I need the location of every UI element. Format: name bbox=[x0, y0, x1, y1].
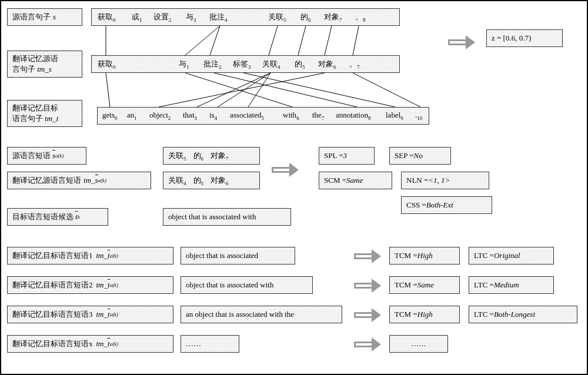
feature-nln: NLN = <1, 1> bbox=[401, 172, 489, 189]
svg-line-7 bbox=[106, 73, 110, 107]
svg-line-4 bbox=[298, 26, 306, 55]
svg-line-1 bbox=[185, 26, 220, 55]
feature-ltc-3: LTC = Both-Longest bbox=[469, 306, 577, 323]
feature-css: CSS = Both-Ext bbox=[401, 196, 492, 214]
target-phrase-candidate: object that is associated with bbox=[163, 208, 291, 226]
label-tm-target-phrase-2: 翻译记忆目标语言短语2 tm_ta(k) bbox=[7, 276, 173, 294]
arrow-to-z bbox=[448, 35, 475, 49]
feature-ellipsis-x: …… bbox=[389, 335, 448, 353]
svg-line-10 bbox=[243, 73, 395, 107]
arrow-row-x bbox=[354, 337, 381, 351]
label-tm-target-phrase-1: 翻译记忆目标语言短语1 tm_ta(k) bbox=[7, 247, 173, 264]
label-tm-target-phrase-3: 翻译记忆目标语言短语3 tm_ta(k) bbox=[7, 306, 173, 323]
svg-line-9 bbox=[214, 73, 357, 107]
feature-ltc-1: LTC = Original bbox=[469, 247, 554, 264]
text: 源语言句子 bbox=[12, 12, 51, 22]
label-tm-target-phrase-x: 翻译记忆目标语言短语x tm_ta(k) bbox=[7, 335, 173, 353]
label-tm-source-sentence: 翻译记忆源语 言句子 tm_s bbox=[7, 51, 82, 78]
feature-tcm-1: TCM = High bbox=[389, 247, 460, 264]
tokens-tm-source-phrase: 关联4 的5 对象6 bbox=[163, 172, 260, 189]
feature-ltc-2: LTC = Medium bbox=[469, 276, 554, 294]
feature-sep: SEP = No bbox=[389, 147, 451, 165]
diagram-container: 源语言句子 s 获取0 或1 设置2 与3 批注4 关联5 的6 对象7 。8 … bbox=[0, 0, 588, 375]
tm-target-phrase-2: object that is associated with bbox=[181, 276, 313, 294]
svg-line-14 bbox=[159, 73, 325, 107]
tokens-source: 获取0 或1 设置2 与3 批注4 关联5 的6 对象7 。8 bbox=[91, 8, 400, 26]
svg-line-11 bbox=[248, 73, 270, 107]
svg-line-8 bbox=[185, 73, 292, 107]
var-s: s bbox=[53, 12, 56, 22]
svg-line-12 bbox=[197, 73, 270, 107]
label-source-sentence: 源语言句子 s bbox=[7, 8, 82, 26]
arrow-phrase-features bbox=[272, 163, 299, 177]
label-target-phrase-candidate: 目标语言短语候选 tk bbox=[7, 208, 108, 226]
arrow-row-3 bbox=[354, 308, 381, 322]
feature-tcm-3: TCM = High bbox=[389, 306, 460, 323]
tokens-tm-target: gets0 an1 object2 that3 is4 associated5 … bbox=[97, 107, 429, 125]
label-tm-source-phrase: 翻译记忆源语言短语 tm_sa(k) bbox=[7, 172, 151, 189]
tokens-tm-source: 获取0 与1 批注2 标签3 关联4 的5 对象6 。7 bbox=[91, 55, 400, 73]
tokens-source-phrase: 关联5 的6 对象7 bbox=[163, 147, 260, 165]
label-tm-target-sentence: 翻译记忆目标 语言句子 tm_t bbox=[7, 100, 82, 127]
tm-target-phrase-x: …… bbox=[181, 335, 239, 353]
svg-line-13 bbox=[218, 73, 270, 107]
svg-line-15 bbox=[353, 73, 420, 107]
arrow-row-1 bbox=[354, 249, 381, 263]
svg-line-5 bbox=[325, 26, 332, 55]
tm-target-phrase-3: an object that is associated with the bbox=[181, 306, 342, 323]
feature-scm: SCM = Same bbox=[319, 172, 392, 189]
svg-line-3 bbox=[269, 26, 278, 55]
svg-line-2 bbox=[210, 26, 220, 55]
svg-line-6 bbox=[353, 26, 359, 55]
label-source-phrase: 源语言短语 sa(k) bbox=[7, 147, 86, 165]
arrow-row-2 bbox=[354, 279, 381, 293]
feature-spl: SPL = 3 bbox=[319, 147, 375, 165]
feature-z: z = [0.6, 0.7) bbox=[486, 29, 563, 47]
feature-tcm-2: TCM = Same bbox=[389, 276, 460, 294]
tm-target-phrase-1: object that is associated bbox=[181, 247, 295, 264]
